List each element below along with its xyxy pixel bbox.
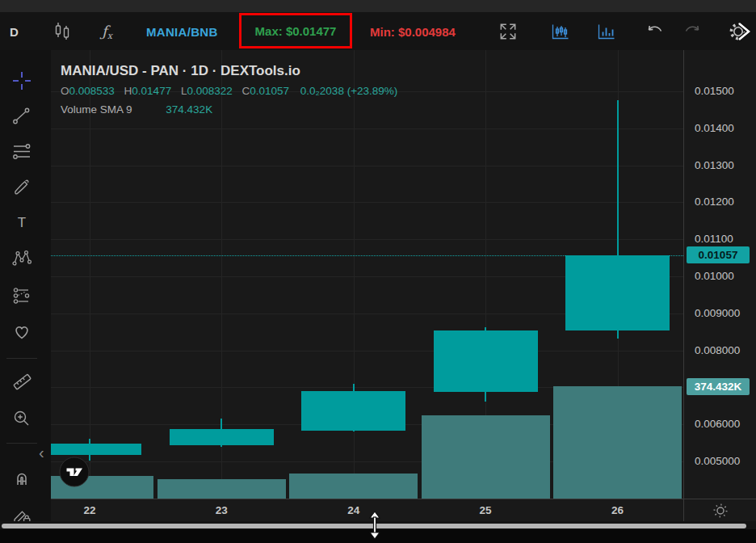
interval-button[interactable]: D: [10, 24, 19, 38]
min-price-label: Min: $0.004984: [370, 24, 456, 38]
pair-symbol-button[interactable]: MANIA/BNB: [146, 24, 218, 38]
redo-icon: [682, 22, 703, 41]
open-label: O: [61, 85, 69, 97]
price-tick-label: 0.01300: [695, 159, 734, 171]
price-tick-label: 0.005000: [695, 455, 740, 467]
tool-zoom-in[interactable]: [9, 406, 35, 431]
style-candles-button[interactable]: [550, 21, 570, 41]
sidebar-divider: [6, 443, 37, 444]
settings-button[interactable]: [725, 18, 753, 45]
ohlc-row: O0.008533 H0.01477 L0.008322 C0.01057 0.…: [61, 85, 397, 97]
tool-projection[interactable]: [9, 283, 35, 309]
close-label: C: [242, 85, 250, 97]
sidebar-collapse-chevron[interactable]: ‹: [39, 444, 44, 461]
axis-corner: [683, 499, 756, 521]
redo-button[interactable]: [682, 22, 703, 41]
price-tick-label: 0.01500: [695, 85, 734, 97]
price-tick-label: 0.008000: [695, 344, 740, 356]
candles-chart-icon: [550, 21, 570, 41]
grid-line-horizontal: [51, 166, 683, 166]
indicators-button[interactable]: ƒx: [102, 22, 112, 40]
chart-type-candles-button[interactable]: [53, 20, 71, 43]
ruler-icon: [11, 371, 33, 393]
tool-magnet[interactable]: [9, 465, 35, 491]
style-bars-button[interactable]: [596, 21, 616, 41]
grid-line-horizontal: [51, 351, 683, 351]
max-annotation-box: Max: $0.01477: [239, 13, 352, 48]
window-top-strip: [0, 0, 756, 12]
chart-legend: MANIA/USD - PAN · 1D · DEXTools.io O0.00…: [61, 63, 397, 116]
price-tick-label: 0.01000: [695, 270, 734, 282]
time-tick-label: 23: [216, 504, 228, 516]
magnet-icon: [11, 468, 32, 489]
candle-body: [301, 391, 405, 431]
candle-body: [565, 255, 670, 330]
chart-pane[interactable]: MANIA/USD - PAN · 1D · DEXTools.io O0.00…: [51, 50, 683, 499]
text-icon: T: [18, 215, 26, 231]
current-price-badge: 0.01057: [687, 246, 750, 263]
sun-brightness-icon[interactable]: [712, 502, 729, 520]
volume-row: Volume SMA 9 374.432K: [61, 103, 397, 116]
grid-line-vertical: [90, 50, 90, 499]
tradingview-logo[interactable]: [59, 457, 90, 487]
price-tick-label: 0.009000: [695, 307, 740, 319]
grid-line-horizontal: [51, 202, 683, 203]
crosshair-icon: [11, 70, 32, 91]
sidebar-divider: [6, 358, 37, 359]
change-value: 0.0₂2038 (+23.89%): [300, 85, 397, 97]
time-tick-label: 22: [83, 504, 95, 516]
undo-icon: [645, 22, 666, 41]
time-tick-label: 24: [347, 504, 359, 516]
tool-text[interactable]: T: [9, 210, 35, 236]
candlestick-icon: [53, 20, 71, 43]
brush-icon: [11, 177, 32, 198]
close-value: 0.01057: [250, 85, 289, 97]
zoom-in-icon: [11, 408, 32, 429]
volume-bar: [289, 474, 418, 499]
open-value: 0.008533: [69, 85, 115, 97]
tool-horizontal-lines[interactable]: [9, 139, 35, 165]
grid-line-horizontal: [51, 128, 683, 129]
tool-brush[interactable]: [9, 175, 35, 200]
high-label: H: [124, 85, 132, 97]
time-axis[interactable]: 2223242526: [51, 499, 683, 521]
current-volume-badge: 374.432K: [687, 378, 750, 395]
price-tick-label: 0.01100: [695, 233, 733, 245]
candle-body: [51, 444, 141, 455]
volume-bar: [158, 479, 286, 499]
undo-button[interactable]: [645, 22, 666, 41]
volume-bar: [422, 415, 550, 499]
trend-line-icon: [11, 106, 32, 127]
fullscreen-button[interactable]: [498, 21, 519, 42]
max-price-label: Max: $0.01477: [255, 24, 337, 38]
bars-chart-icon: [596, 21, 616, 41]
tool-crosshair[interactable]: [9, 68, 35, 94]
chart-toolbar: D ƒx MANIA/BNB Max: $0.01477 Min: $0.004…: [0, 12, 756, 51]
price-tick-label: 0.01200: [695, 196, 734, 208]
low-value: 0.008322: [187, 85, 232, 97]
scrollbar-track: [0, 521, 756, 529]
price-tick-label: 0.01400: [695, 122, 734, 134]
time-tick-label: 25: [480, 504, 492, 516]
chart-title: MANIA/USD - PAN · 1D · DEXTools.io: [61, 63, 397, 79]
high-value: 0.01477: [132, 85, 171, 97]
time-tick-label: 26: [611, 504, 624, 516]
tool-trend-line[interactable]: [9, 103, 35, 129]
candle-body: [434, 330, 538, 392]
volume-sma-value: 374.432K: [166, 103, 212, 116]
heart-icon: [11, 322, 32, 343]
tool-xabcd-pattern[interactable]: [9, 246, 35, 272]
price-axis[interactable]: 0.01057 374.432K 0.015000.014000.013000.…: [683, 50, 756, 499]
projection-icon: [11, 285, 32, 306]
horizontal-lines-icon: [11, 141, 32, 162]
volume-bar: [553, 386, 682, 499]
horizontal-scrollbar[interactable]: [2, 524, 746, 528]
grid-line-horizontal: [51, 239, 683, 240]
gear-icon: [725, 18, 753, 45]
tool-measure[interactable]: [9, 368, 35, 394]
price-tick-label: 0.006000: [695, 418, 740, 430]
xabcd-pattern-icon: [11, 248, 32, 269]
tool-emoji[interactable]: [9, 319, 35, 345]
fullscreen-icon: [498, 21, 519, 42]
window-bottom-strip: [0, 529, 756, 543]
